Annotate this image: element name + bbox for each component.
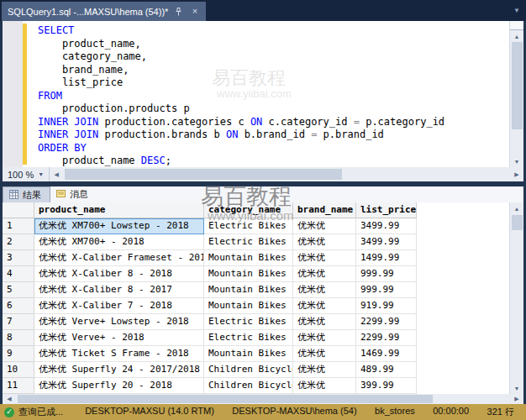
code-token: ORDER BY [38,142,87,154]
editor-vertical-scrollbar[interactable]: ▲ ▼ [509,21,523,167]
table-cell[interactable]: 优米优 [293,330,356,346]
grid-horizontal-scrollbar[interactable]: ◀ ▶ [3,394,523,404]
scroll-left-icon[interactable]: ◀ [3,394,16,404]
column-header-brand_name[interactable]: brand_name [293,202,356,218]
table-cell[interactable]: Mountain Bikes [204,282,293,298]
table-cell[interactable]: 优米优 XM700+ - 2018 [34,234,204,250]
grid-corner-cell[interactable] [3,202,34,218]
scrollbar-thumb[interactable] [512,42,523,129]
scrollbar-thumb[interactable] [18,395,433,403]
table-cell[interactable]: 优米优 [293,298,356,314]
table-cell[interactable]: 优米优 X-Caliber 8 - 2017 [34,282,204,298]
table-cell[interactable]: 优米优 Verve+ - 2018 [34,330,204,346]
row-number[interactable]: 1 [3,218,34,234]
code-line[interactable]: INNER JOIN production.brands b ON b.bran… [38,129,507,142]
scrollbar-thumb[interactable] [512,215,523,230]
table-cell[interactable]: 489.99 [356,362,417,378]
table-cell[interactable]: Electric Bikes [204,330,293,346]
table-cell[interactable]: 优米优 [293,362,356,378]
table-cell[interactable]: 优米优 X-Caliber Frameset - 2018 [34,250,204,266]
row-number[interactable]: 5 [3,282,34,298]
scrollbar-track[interactable] [16,394,510,404]
close-icon[interactable]: × [189,6,200,17]
table-cell[interactable]: 919.99 [356,298,417,314]
table-cell[interactable]: 优米优 [293,218,356,234]
table-cell[interactable]: 3499.99 [356,234,417,250]
code-line[interactable]: product_name, [38,38,507,51]
editor-horizontal-scrollbar[interactable] [63,167,510,181]
code-line[interactable]: list_price [38,76,507,90]
table-cell[interactable]: 优米优 [293,266,356,282]
table-cell[interactable]: Mountain Bikes [204,298,293,314]
table-cell[interactable]: 3499.99 [356,218,417,234]
code-line[interactable]: product_name DESC; [38,155,507,167]
table-cell[interactable]: 优米优 [293,346,356,362]
table-cell[interactable]: 999.99 [356,266,417,282]
table-cell[interactable]: 优米优 [293,378,356,394]
table-cell[interactable]: Children Bicycles [204,362,293,378]
table-cell[interactable]: Children Bicycles [204,378,293,394]
grid-vertical-scrollbar[interactable]: ▲ ▼ [509,202,523,394]
table-cell[interactable]: 2299.99 [356,314,417,330]
table-cell[interactable]: 999.99 [356,282,417,298]
code-line[interactable]: production.products p [38,102,507,116]
code-line[interactable]: INNER JOIN production.categories c ON c.… [38,116,507,129]
code-editor-lines[interactable]: SELECT product_name, category_name, bran… [38,24,507,167]
table-cell[interactable]: Mountain Bikes [204,346,293,362]
scrollbar-thumb[interactable] [65,169,342,180]
table-cell[interactable]: 优米优 XM700+ Lowstep - 2018 [34,218,204,234]
tab-results[interactable]: 结果 [3,186,50,202]
scroll-up-icon[interactable]: ▲ [510,30,523,42]
document-tab[interactable]: SQLQuery1.sql -...MAXSU\hema (54))* × [2,2,206,21]
code-line[interactable]: category_name, [38,50,507,64]
table-cell[interactable]: 优米优 Superfly 24 - 2017/2018 [34,362,204,378]
table-cell[interactable]: 优米优 [293,282,356,298]
table-cell[interactable]: 优米优 [293,314,356,330]
code-line[interactable]: FROM [38,90,507,103]
row-number[interactable]: 10 [3,362,34,378]
ssms-window: SQLQuery1.sql -...MAXSU\hema (54))* × ▼ … [0,0,526,420]
code-line[interactable]: ORDER BY [38,142,507,155]
table-cell[interactable]: 399.99 [356,378,417,394]
table-cell[interactable]: 优米优 Verve+ Lowstep - 2018 [34,314,204,330]
row-number[interactable]: 7 [3,314,34,330]
row-number[interactable]: 2 [3,234,34,250]
table-cell[interactable]: 2299.99 [356,330,417,346]
column-header-product_name[interactable]: product_name [34,202,204,218]
zoom-select[interactable]: 100 % ▼ [3,167,50,181]
splitter-grip[interactable] [510,21,523,30]
table-cell[interactable]: Electric Bikes [204,234,293,250]
table-cell[interactable]: 优米优 [293,250,356,266]
scroll-right-icon[interactable]: ▶ [510,167,523,181]
table-cell[interactable]: 优米优 Superfly 20 - 2018 [34,378,204,394]
scroll-down-icon[interactable]: ▼ [510,382,523,394]
column-header-list_price[interactable]: list_price [356,202,417,218]
table-cell[interactable]: Electric Bikes [204,314,293,330]
sql-editor[interactable]: SELECT product_name, category_name, bran… [3,21,523,167]
table-cell[interactable]: 优米优 X-Caliber 7 - 2018 [34,298,204,314]
scroll-up-icon[interactable]: ▲ [510,202,523,214]
table-cell[interactable]: Electric Bikes [204,218,293,234]
row-number[interactable]: 3 [3,250,34,266]
row-number[interactable]: 8 [3,330,34,346]
table-cell[interactable]: 1499.99 [356,250,417,266]
table-cell[interactable]: Mountain Bikes [204,250,293,266]
code-line[interactable]: brand_name, [38,64,507,77]
table-cell[interactable]: 优米优 X-Caliber 8 - 2018 [34,266,204,282]
row-number[interactable]: 6 [3,298,34,314]
row-number[interactable]: 4 [3,266,34,282]
document-list-chevron-icon[interactable]: ▼ [513,7,520,14]
table-cell[interactable]: Mountain Bikes [204,266,293,282]
tab-messages[interactable]: 消息 [50,186,97,202]
table-cell[interactable]: 优米优 Ticket S Frame - 2018 [34,346,204,362]
row-number[interactable]: 9 [3,346,34,362]
table-cell[interactable]: 1469.99 [356,346,417,362]
column-header-category_name[interactable]: category_name [204,202,293,218]
table-cell[interactable]: 优米优 [293,234,356,250]
scroll-down-icon[interactable]: ▼ [510,155,523,167]
scroll-left-icon[interactable]: ◀ [50,167,63,181]
code-line[interactable]: SELECT [38,24,507,38]
pin-icon[interactable] [173,6,184,17]
row-number[interactable]: 11 [3,378,34,394]
scroll-right-icon[interactable]: ▶ [510,394,523,404]
